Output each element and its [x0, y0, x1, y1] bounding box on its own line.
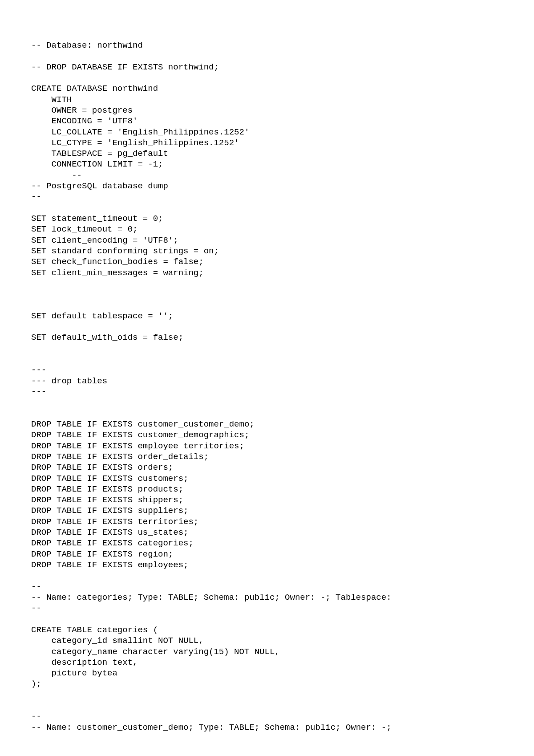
document-page: -- Database: northwind -- DROP DATABASE … [0, 0, 534, 756]
sql-code-block: -- Database: northwind -- DROP DATABASE … [31, 40, 503, 733]
